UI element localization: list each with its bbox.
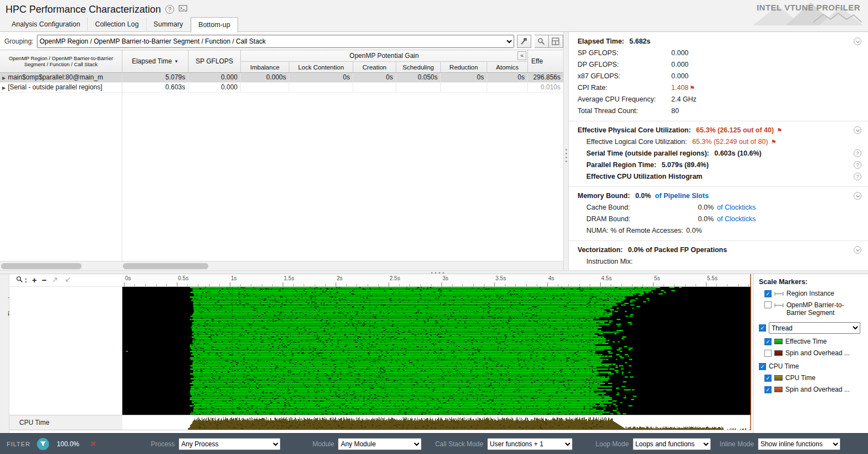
command-line-icon[interactable] <box>179 4 187 14</box>
collapse-section-icon[interactable] <box>854 38 861 45</box>
timeline-ruler[interactable]: 0s0.5s1s1.5s2s2.5s3s3.5s4s4.5s5s5.5s <box>122 274 751 287</box>
collapse-section-icon[interactable] <box>854 192 861 200</box>
pipeline-slots-link[interactable]: of Pipeline Slots <box>655 192 709 200</box>
grouping-select[interactable]: OpenMP Region / OpenMP Barrier-to-Barrie… <box>37 35 514 48</box>
cell-lock-contention <box>289 83 353 92</box>
cpu-time-chart[interactable] <box>122 415 751 430</box>
cell-effective-time: 0.010s <box>528 83 563 92</box>
column-header-reduction[interactable]: Reduction <box>441 62 487 72</box>
cpu-time-canvas[interactable] <box>122 415 751 430</box>
column-header-creation[interactable]: Creation <box>353 62 396 72</box>
collapse-columns-button[interactable]: « <box>517 51 526 60</box>
undo-zoom-icon[interactable] <box>64 275 71 285</box>
zoom-in-icon[interactable]: + <box>32 275 37 285</box>
vtune-window: HPC Performance Characterization ? INTEL… <box>0 0 868 454</box>
info-icon[interactable] <box>854 173 861 180</box>
zoom-out-icon[interactable]: − <box>42 275 47 285</box>
spin-overhead-swatch <box>774 350 783 356</box>
cell-atomics: 0s <box>487 73 528 82</box>
tab-summary[interactable]: Summary <box>147 17 191 32</box>
info-icon[interactable] <box>854 149 861 157</box>
checkbox-cpu-time-track[interactable]: ✓ <box>759 363 766 370</box>
filter-bar: FILTER 100.0% × Process Any Process Modu… <box>0 433 868 454</box>
cell-scheduling: 0.050s <box>396 73 441 82</box>
checkbox-thread-track[interactable]: ✓ <box>759 324 766 332</box>
column-header-effective-time[interactable]: Effe <box>528 50 563 72</box>
clockticks-link[interactable]: of Clockticks <box>717 204 756 211</box>
cpu-utilization-histogram-link[interactable]: Effective CPU Utilization Histogram <box>586 173 702 180</box>
horizontal-splitter[interactable] <box>0 270 868 274</box>
help-icon[interactable]: ? <box>165 5 174 14</box>
checkbox-cpu-time-series[interactable]: ✓ <box>764 375 772 382</box>
cell-effective-time: 296.856s <box>528 73 563 82</box>
process-filter-select[interactable]: Any Process <box>179 438 281 450</box>
brand-logo: INTEL VTUNE PROFILER <box>747 0 866 28</box>
thread-name-pane <box>9 287 122 415</box>
horizontal-scrollbar[interactable] <box>0 261 563 270</box>
zoom-dropdown-icon[interactable]: : <box>25 276 27 284</box>
column-header-lock-contention[interactable]: Lock Contention <box>289 62 353 72</box>
track-select[interactable]: Thread <box>769 322 860 334</box>
cell-atomics <box>487 83 528 92</box>
module-filter-label: Module <box>312 440 334 448</box>
table-row[interactable]: ▶main$omp$parallel:80@main_m 5.079s 0.00… <box>0 73 563 83</box>
region-instance-label: Region Instance <box>786 290 834 297</box>
zoom-mode-icon[interactable] <box>16 275 23 285</box>
metric-value-flagged: 1.408 <box>671 84 688 92</box>
loop-mode-select[interactable]: Loops and functions <box>633 438 711 450</box>
clear-filter-icon[interactable]: × <box>90 439 96 449</box>
scrollbar-thumb[interactable] <box>1 263 82 269</box>
tab-analysis-configuration[interactable]: Analysis Configuration <box>4 17 88 32</box>
cell-reduction <box>441 83 487 92</box>
metric-label: SP GFLOPS: <box>578 47 671 59</box>
checkbox-spin-overhead-cpu[interactable]: ✓ <box>764 386 772 393</box>
cell-elapsed: 0.603s <box>122 83 188 92</box>
thread-timeline-canvas[interactable] <box>122 287 751 415</box>
customize-grouping-button[interactable] <box>517 35 531 48</box>
tab-bottom-up[interactable]: Bottom-up <box>191 17 238 33</box>
column-header-imbalance[interactable]: Imbalance <box>241 62 289 72</box>
column-header-tree[interactable]: OpenMP Region / OpenMP Barrier-to-Barrie… <box>0 50 122 72</box>
call-stack-mode-select[interactable]: User functions + 1 <box>487 438 573 450</box>
thread-activity-chart[interactable] <box>122 287 751 415</box>
expander-icon[interactable]: ▶ <box>2 76 6 81</box>
metric-label: x87 GFLOPS: <box>578 71 671 82</box>
collapse-section-icon[interactable] <box>854 126 861 134</box>
checkbox-spin-overhead-thread[interactable] <box>764 350 772 357</box>
uops-link[interactable]: of uOps <box>717 269 741 270</box>
scrollbar-thumb[interactable] <box>123 263 208 269</box>
cell-region-name: ▶[Serial - outside parallel regions] <box>0 83 122 92</box>
checkbox-barrier-segment[interactable] <box>764 301 772 308</box>
tab-collection-log[interactable]: Collection Log <box>88 17 146 32</box>
search-button[interactable] <box>535 35 549 48</box>
sort-desc-icon: ▼ <box>174 59 179 64</box>
vertical-splitter[interactable] <box>563 32 569 270</box>
sp-flops-label: SP FLOPs: <box>595 268 686 270</box>
checkbox-effective-time[interactable]: ✓ <box>764 338 772 345</box>
cell-imbalance <box>241 83 289 92</box>
pane-layout-button[interactable] <box>549 35 563 48</box>
column-header-sp-gflops[interactable]: SP GFLOPS <box>188 50 241 72</box>
elapsed-time-label: Elapsed Time: <box>578 38 624 45</box>
cell-creation <box>353 83 396 92</box>
inline-mode-select[interactable]: Show inline functions <box>758 438 840 450</box>
filter-funnel-icon[interactable] <box>37 438 49 450</box>
metric-label: Average CPU Frequency: <box>578 94 671 105</box>
expander-icon[interactable]: ▶ <box>2 86 6 90</box>
timeline-end-marker <box>750 274 751 430</box>
metric-label: DP GFLOPS: <box>578 59 671 71</box>
module-filter-select[interactable]: Any Module <box>338 438 422 450</box>
info-icon[interactable] <box>854 161 861 169</box>
table-row[interactable]: ▶[Serial - outside parallel regions] 0.6… <box>0 83 563 93</box>
sp-flops-value: 0.0% <box>686 268 714 270</box>
column-header-atomics[interactable]: Atomics <box>487 62 528 72</box>
collapse-section-icon[interactable] <box>854 246 861 254</box>
zoom-to-selection-icon[interactable] <box>52 275 59 285</box>
cell-scheduling <box>396 83 441 92</box>
cache-bound-label: Cache Bound: <box>586 202 686 213</box>
clockticks-link[interactable]: of Clockticks <box>717 215 756 223</box>
column-header-elapsed-time[interactable]: Elapsed Time ▼ <box>122 50 188 72</box>
column-header-scheduling[interactable]: Scheduling <box>396 62 441 72</box>
checkbox-region-instance[interactable]: ✓ <box>764 290 772 297</box>
dram-bound-value: 0.0% <box>686 213 714 225</box>
